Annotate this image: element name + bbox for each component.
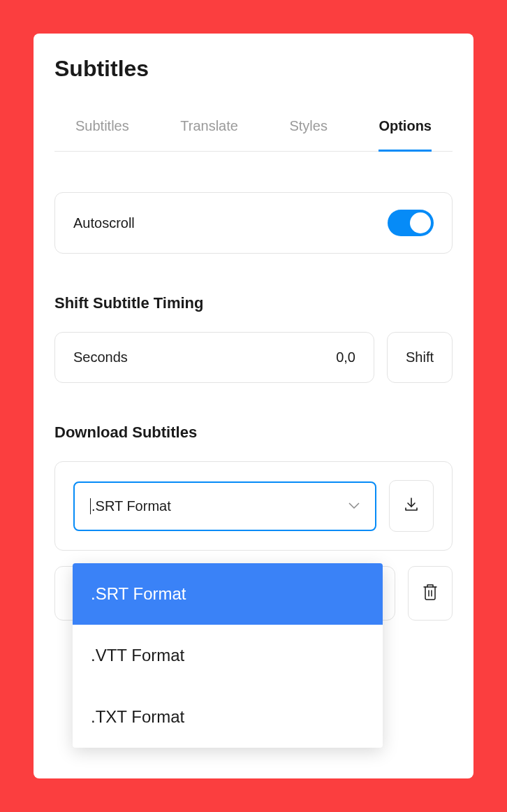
download-button[interactable] <box>389 480 434 532</box>
chevron-down-icon <box>348 500 360 512</box>
autoscroll-label: Autoscroll <box>73 215 135 231</box>
format-select-value: .SRT Format <box>90 498 171 514</box>
trash-icon <box>422 583 439 604</box>
format-select[interactable]: .SRT Format <box>73 481 376 531</box>
shift-row: Seconds 0,0 Shift <box>54 332 453 383</box>
subtitles-panel: Subtitles Subtitles Translate Styles Opt… <box>34 34 473 778</box>
seconds-value: 0,0 <box>336 349 355 365</box>
format-option-srt[interactable]: .SRT Format <box>73 563 383 625</box>
tab-styles[interactable]: Styles <box>289 110 327 152</box>
tabs: Subtitles Translate Styles Options <box>54 110 453 152</box>
seconds-label: Seconds <box>73 349 128 365</box>
download-title: Download Subtitles <box>54 423 453 442</box>
download-card: .SRT Format <box>54 461 453 551</box>
tab-options[interactable]: Options <box>379 110 432 152</box>
format-option-txt[interactable]: .TXT Format <box>73 686 383 748</box>
download-icon <box>403 496 420 516</box>
autoscroll-card: Autoscroll <box>54 192 453 254</box>
seconds-input[interactable]: Seconds 0,0 <box>54 332 374 383</box>
page-title: Subtitles <box>54 56 453 82</box>
autoscroll-toggle[interactable] <box>388 210 434 236</box>
format-option-vtt[interactable]: .VTT Format <box>73 625 383 686</box>
delete-button[interactable] <box>408 566 453 621</box>
shift-title: Shift Subtitle Timing <box>54 294 453 312</box>
format-dropdown: .SRT Format .VTT Format .TXT Format <box>73 563 383 748</box>
toggle-knob <box>410 212 431 233</box>
shift-button[interactable]: Shift <box>387 332 453 383</box>
tab-translate[interactable]: Translate <box>180 110 238 152</box>
tab-subtitles[interactable]: Subtitles <box>75 110 129 152</box>
